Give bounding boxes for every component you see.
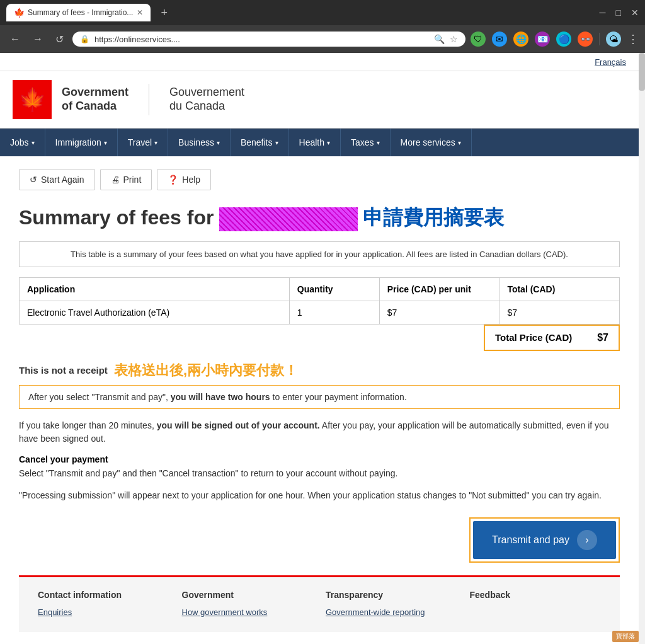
- extension-icon-2[interactable]: ✉: [492, 32, 507, 47]
- business-arrow-icon: ▾: [217, 139, 220, 146]
- warning-box: After you select "Transmit and pay", you…: [19, 385, 620, 409]
- health-arrow-icon: ▾: [327, 139, 330, 146]
- address-bar[interactable]: 🔒 https://onlineservices.... 🔍 ☆: [72, 32, 465, 47]
- footer-col-contact: Contact information Enquiries: [38, 590, 169, 619]
- cancel-title: Cancel your payment: [19, 454, 620, 464]
- start-again-icon: ↺: [30, 175, 37, 185]
- govt-name-en: Government of Canada: [62, 86, 128, 113]
- price-per-unit: $7: [379, 301, 499, 324]
- name-divider: [149, 84, 149, 115]
- toolbar-divider: [599, 33, 600, 45]
- site-content: Français 🍁 Government of Canada Gouverne…: [0, 53, 639, 644]
- minimize-button[interactable]: ─: [600, 8, 606, 18]
- footer-col-contact-enquiries[interactable]: Enquiries: [38, 605, 169, 619]
- total-price-label: Total Price (CAD): [495, 332, 572, 343]
- weather-icon[interactable]: 🌤: [606, 32, 621, 47]
- total-price-box: Total Price (CAD) $7: [484, 325, 620, 351]
- tab-title: Summary of fees - Immigratio...: [28, 8, 133, 17]
- nav-item-health[interactable]: Health ▾: [289, 129, 341, 156]
- search-icon[interactable]: 🔍: [434, 34, 445, 44]
- back-button[interactable]: ←: [6, 31, 24, 47]
- nav-item-immigration[interactable]: Immigration ▾: [45, 129, 118, 156]
- url-display: https://onlineservices....: [94, 35, 429, 44]
- warning-text-end: to enter your payment information.: [270, 392, 407, 402]
- address-bar-icons: 🔍 ☆: [434, 34, 458, 44]
- site-navigation: Jobs ▾ Immigration ▾ Travel ▾ Business ▾…: [0, 129, 639, 156]
- footer-col-transparency-item[interactable]: Government-wide reporting: [326, 605, 457, 619]
- footer-col-government-item[interactable]: How government works: [182, 605, 314, 619]
- print-button[interactable]: 🖨 Print: [100, 169, 152, 190]
- forward-button[interactable]: →: [29, 31, 47, 47]
- extension-icon-6[interactable]: 👓: [578, 32, 593, 47]
- page-wrapper: Français 🍁 Government of Canada Gouverne…: [0, 53, 645, 644]
- extension-icon-5[interactable]: 🔵: [556, 32, 571, 47]
- body-text-1: If you take longer than 20 minutes, you …: [19, 419, 620, 446]
- tab-close-button[interactable]: ✕: [137, 8, 143, 17]
- nav-item-taxes[interactable]: Taxes ▾: [341, 129, 391, 156]
- language-bar: Français: [0, 53, 639, 71]
- maximize-button[interactable]: □: [616, 8, 621, 18]
- scrollbar-thumb[interactable]: [639, 53, 645, 91]
- receipt-label: This is not a receipt: [19, 365, 108, 376]
- more-options-button[interactable]: ⋮: [627, 32, 639, 46]
- row-total: $7: [499, 301, 620, 324]
- nav-item-benefits[interactable]: Benefits ▾: [231, 129, 289, 156]
- nav-item-business[interactable]: Business ▾: [168, 129, 231, 156]
- security-icon: 🔒: [80, 35, 89, 43]
- transmit-arrow-icon: ›: [577, 530, 597, 550]
- more-services-arrow-icon: ▾: [458, 139, 461, 146]
- action-buttons: ↺ Start Again 🖨 Print ❓ Help: [19, 169, 620, 190]
- processing-text: "Processing submission" will appear next…: [19, 489, 620, 502]
- canada-logo: 🍁 Government of Canada Gouvernement du C…: [13, 80, 244, 119]
- table-row: Electronic Travel Authorization (eTA) 1 …: [20, 301, 620, 324]
- scrollbar[interactable]: [639, 53, 645, 644]
- quantity: 1: [289, 301, 379, 324]
- receipt-section: This is not a receipt 表格送出後,兩小時內要付款！ Aft…: [19, 361, 620, 409]
- help-icon: ❓: [168, 175, 178, 185]
- maple-leaf-icon: 🍁: [18, 86, 47, 113]
- info-box: This table is a summary of your fees bas…: [19, 241, 620, 267]
- help-button[interactable]: ❓ Help: [157, 169, 211, 190]
- total-price-row: Total Price (CAD) $7: [19, 325, 620, 351]
- bookmark-icon[interactable]: ☆: [450, 34, 458, 44]
- new-tab-button[interactable]: +: [156, 4, 173, 22]
- jobs-arrow-icon: ▾: [31, 139, 35, 146]
- extension-icon-3[interactable]: 🌐: [513, 32, 528, 47]
- receipt-title: This is not a receipt 表格送出後,兩小時內要付款！: [19, 361, 620, 380]
- receipt-chinese: 表格送出後,兩小時內要付款！: [114, 361, 298, 380]
- watermark-text: 寶部落: [612, 631, 639, 642]
- print-icon: 🖨: [111, 175, 120, 185]
- table-header-application: Application: [20, 277, 290, 301]
- application-name: Electronic Travel Authorization (eTA): [20, 301, 290, 324]
- browser-titlebar: 🍁 Summary of fees - Immigratio... ✕ + ─ …: [0, 0, 645, 25]
- warning-text-bold: you will have two hours: [171, 392, 270, 402]
- nav-item-jobs[interactable]: Jobs ▾: [0, 129, 45, 156]
- total-price-value: $7: [597, 332, 608, 343]
- redacted-name: [219, 207, 358, 231]
- start-again-button[interactable]: ↺ Start Again: [19, 169, 95, 190]
- nav-item-more-services[interactable]: More services ▾: [391, 129, 472, 156]
- site-header: 🍁 Government of Canada Gouvernement du C…: [0, 71, 639, 129]
- browser-tab[interactable]: 🍁 Summary of fees - Immigratio... ✕: [6, 4, 151, 21]
- main-content: ↺ Start Again 🖨 Print ❓ Help Summary of …: [0, 156, 639, 644]
- close-button[interactable]: ✕: [631, 8, 639, 18]
- reload-button[interactable]: ↺: [52, 31, 67, 48]
- nav-item-travel[interactable]: Travel ▾: [118, 129, 168, 156]
- footer-columns: Contact information Enquiries Government…: [38, 590, 601, 619]
- transmit-and-pay-button[interactable]: Transmit and pay ›: [473, 521, 616, 559]
- maple-leaf-container: 🍁: [13, 80, 52, 119]
- tab-favicon: 🍁: [14, 8, 24, 18]
- extension-icon-1[interactable]: 🛡: [471, 32, 486, 47]
- table-header-total: Total (CAD): [499, 277, 620, 301]
- site-footer: Contact information Enquiries Government…: [19, 575, 620, 632]
- extension-icon-4[interactable]: 📧: [535, 32, 550, 47]
- footer-col-transparency-title: Transparency: [326, 590, 457, 600]
- body-text-1-bold: you will be signed out of your account.: [157, 420, 320, 430]
- francais-link[interactable]: Français: [595, 57, 626, 67]
- govt-name-fr: Gouvernement du Canada: [169, 86, 244, 113]
- page-title: Summary of fees for 申請費用摘要表: [19, 205, 620, 231]
- warning-text-normal: After you select "Transmit and pay",: [28, 392, 171, 402]
- browser-navbar: ← → ↺ 🔒 https://onlineservices.... 🔍 ☆ 🛡…: [0, 25, 645, 53]
- cancel-text: Select "Transmit and pay" and then "Canc…: [19, 467, 620, 480]
- footer-col-transparency: Transparency Government-wide reporting: [326, 590, 457, 619]
